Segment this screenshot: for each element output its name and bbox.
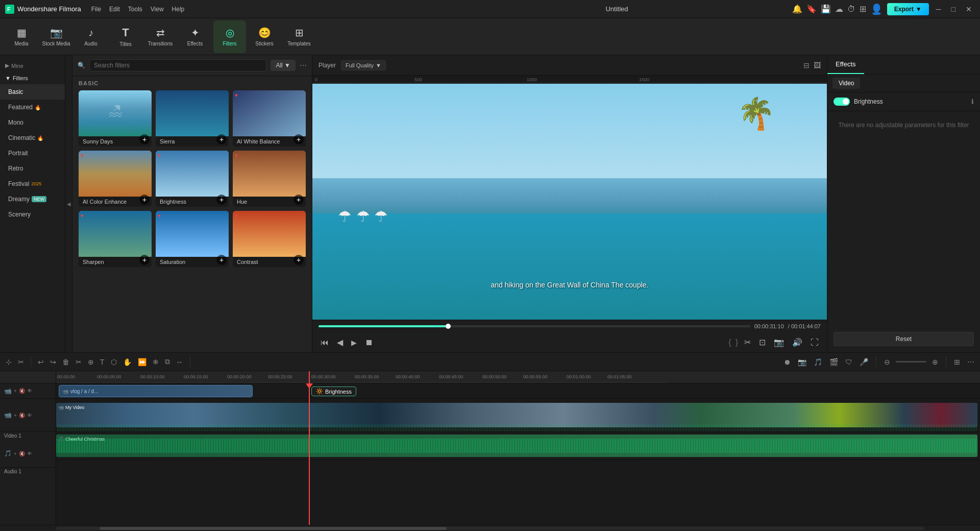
tool-audio[interactable]: ♪ Audio (75, 20, 107, 53)
panel-collapse-btn[interactable]: ◀ (65, 55, 72, 352)
undo-tool[interactable]: ↩ (36, 356, 45, 368)
video1-eye[interactable]: 👁 (27, 413, 32, 418)
filter-add-ai-color-enhance[interactable]: + (139, 195, 150, 205)
tool-transitions[interactable]: ⇄ Transitions (144, 20, 177, 53)
snapshot-button[interactable]: 📷 (772, 335, 786, 349)
filter-add-contrast[interactable]: + (293, 255, 304, 265)
filter-add-brightness[interactable]: + (216, 195, 227, 205)
audio1-mute[interactable]: 🔇 (19, 451, 25, 456)
ripple-tool[interactable]: ↔ (175, 356, 185, 368)
shield-btn[interactable]: 🛡 (844, 356, 854, 368)
split-view-icon[interactable]: ⊟ (803, 61, 810, 69)
filter-card-brightness[interactable]: ♥ + Brightness (156, 151, 229, 207)
pan-tool[interactable]: ✋ (121, 356, 133, 368)
left-item-basic[interactable]: Basic (0, 84, 65, 100)
tool-stock-media[interactable]: 📷 Stock Media (40, 20, 72, 53)
left-item-featured[interactable]: Featured 🔥 (0, 100, 65, 115)
layer2-add[interactable]: + (14, 388, 17, 394)
cut-tool[interactable]: ✂ (74, 356, 83, 368)
close-button[interactable]: ✕ (963, 4, 975, 14)
cloud-icon[interactable]: ☁ (835, 4, 843, 14)
filter-add-btn[interactable]: + (139, 134, 150, 144)
video-clip-bar[interactable]: 📹 My Video (56, 403, 977, 427)
camera-btn[interactable]: 📷 (796, 356, 808, 368)
more-options-icon[interactable]: ⋯ (300, 61, 307, 69)
audio1-eye[interactable]: 👁 (27, 451, 32, 456)
left-item-mono[interactable]: Mono (0, 115, 65, 130)
left-item-retro[interactable]: Retro (0, 161, 65, 176)
left-item-dreamy[interactable]: Dreamy NEW (0, 191, 65, 207)
left-section-mine[interactable]: ▶ Mine (0, 59, 65, 72)
zoom-out-btn[interactable]: ⊖ (883, 356, 892, 368)
menu-help[interactable]: Help (172, 6, 185, 13)
search-input[interactable] (89, 59, 266, 71)
grid-btn[interactable]: ⊞ (952, 356, 962, 368)
left-item-cinematic[interactable]: Cinematic 🔥 (0, 130, 65, 146)
fullscreen-button[interactable]: ⛶ (808, 336, 821, 349)
filter-add-hue[interactable]: + (293, 195, 304, 205)
mask-tool[interactable]: ⬡ (109, 356, 118, 368)
delete-tool[interactable]: 🗑 (61, 356, 71, 368)
video1-mute[interactable]: 🔇 (19, 413, 25, 418)
info-icon[interactable]: ℹ (971, 98, 974, 105)
filter-card-hue[interactable]: ♥ + Hue (233, 151, 306, 207)
video-btn[interactable]: 🎬 (828, 356, 840, 368)
crop-tool[interactable]: ✂ (16, 356, 26, 368)
left-item-festival[interactable]: Festival 2025 (0, 176, 65, 191)
zoom-slider[interactable] (896, 361, 926, 363)
merge-tool[interactable]: ⊕ (86, 356, 95, 368)
menu-edit[interactable]: Edit (109, 6, 120, 13)
filter-add-saturation[interactable]: + (216, 255, 227, 265)
filter-add-ai-white-balance[interactable]: + (293, 134, 304, 144)
fit-button[interactable]: ⊡ (757, 335, 768, 349)
menu-file[interactable]: File (91, 6, 101, 13)
layer2-eye[interactable]: 👁 (27, 388, 32, 394)
audio-clip[interactable]: 🎵 Cheerful Christmas (56, 435, 977, 457)
grid-icon[interactable]: ⊞ (860, 4, 866, 14)
filter-card-sunny-days[interactable]: 🏖 + Sunny Days (79, 90, 152, 147)
tool-media[interactable]: ▦ Media (5, 20, 38, 53)
export-button[interactable]: Export ▼ (887, 3, 929, 15)
zoom-in-btn[interactable]: ⊕ (930, 356, 940, 368)
redo-tool[interactable]: ↪ (48, 356, 58, 368)
filter-card-ai-color-enhance[interactable]: ♥ + AI Color Enhance (79, 151, 152, 207)
filter-card-ai-white-balance[interactable]: ♥ + AI White Balance (233, 90, 306, 147)
tool-filters[interactable]: ◎ Filters (213, 20, 246, 53)
menu-tools[interactable]: Tools (128, 6, 142, 13)
effects-tab-effects[interactable]: Effects (827, 55, 864, 74)
effects-sub-tab-video[interactable]: Video (832, 78, 860, 89)
scrollbar-track[interactable] (56, 527, 924, 530)
filter-card-contrast[interactable]: ♥ + Contrast (233, 211, 306, 267)
left-item-portrait[interactable]: Portrait (0, 146, 65, 161)
tool-titles[interactable]: T Titles (109, 20, 142, 53)
timer-icon[interactable]: ⏱ (847, 5, 855, 14)
filter-add-sierra[interactable]: + (216, 134, 227, 144)
audio-button[interactable]: 🔊 (790, 335, 804, 349)
screenshot-icon[interactable]: 🖼 (814, 61, 821, 69)
left-section-filters[interactable]: ▼ Filters (0, 72, 65, 84)
copy-tool[interactable]: ⧉ (163, 356, 172, 368)
record-btn[interactable]: ⏺ (782, 356, 792, 368)
skip-back-button[interactable]: ⏮ (318, 336, 331, 349)
filter-add-sharpen[interactable]: + (139, 255, 150, 265)
speed-tool[interactable]: ⏩ (136, 356, 148, 368)
out-point-bracket[interactable]: } (736, 338, 738, 347)
quality-selector[interactable]: Full Quality ▼ (341, 60, 386, 70)
mic-btn[interactable]: 🎤 (858, 356, 870, 368)
tool-effects[interactable]: ✦ Effects (179, 20, 211, 53)
freeze-tool[interactable]: ❄ (151, 356, 160, 368)
avatar[interactable]: 👤 (870, 3, 883, 15)
filter-card-sierra[interactable]: + Sierra (156, 90, 229, 147)
maximize-button[interactable]: □ (948, 4, 959, 14)
minimize-button[interactable]: ─ (933, 4, 944, 14)
audio-btn[interactable]: 🎵 (812, 356, 824, 368)
left-item-scenery[interactable]: Scenery (0, 207, 65, 222)
brightness-toggle[interactable] (834, 98, 850, 106)
filter-card-saturation[interactable]: ♥ + Saturation (156, 211, 229, 267)
scrollbar-thumb[interactable] (100, 527, 447, 530)
more-btn[interactable]: ⋯ (966, 356, 976, 368)
clip-button[interactable]: ✂ (742, 335, 753, 349)
progress-bar[interactable] (318, 325, 750, 327)
audio1-add[interactable]: + (14, 451, 17, 456)
video1-add[interactable]: + (14, 413, 17, 418)
